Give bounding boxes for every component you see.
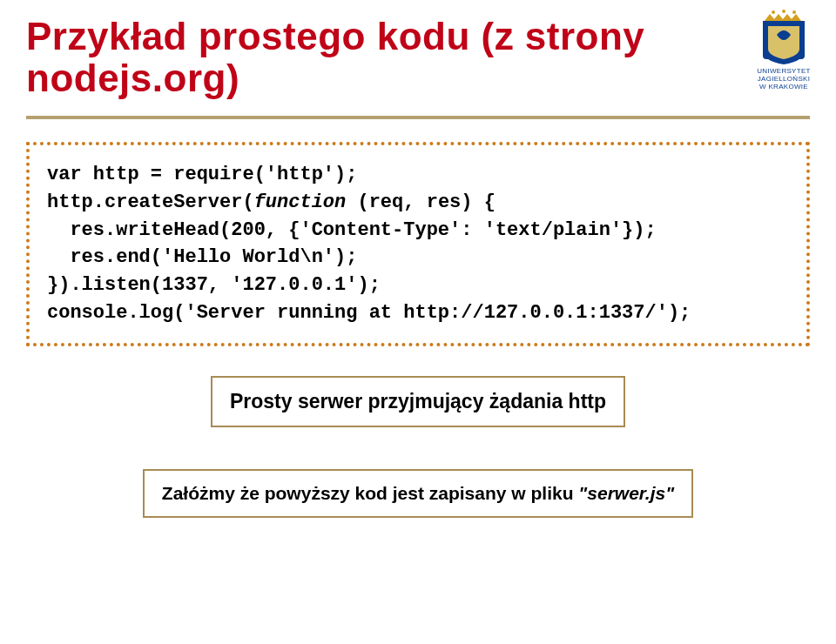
slide-title: Przykład prostego kodu (z strony nodejs.… (0, 0, 836, 100)
university-logo: UNIWERSYTET JAGIELLOŃSKI W KRAKOWIE (745, 9, 822, 91)
callout1-text: Prosty serwer przyjmujący żądania http (230, 390, 606, 413)
code-l5: }).listen(1337, '127.0.0.1'); (47, 274, 381, 296)
code-l2b: function (254, 191, 347, 213)
crest-icon (758, 9, 810, 64)
code-example: var http = require('http'); http.createS… (26, 142, 810, 346)
title-line-1: Przykład prostego kodu (z strony (26, 15, 644, 57)
code-l2a: http.createServer( (47, 191, 254, 213)
callout-filename: Załóżmy że powyższy kod jest zapisany w … (143, 469, 693, 518)
code-l6: console.log('Server running at http://12… (47, 302, 691, 324)
code-l3: res.writeHead(200, {'Content-Type': 'tex… (47, 219, 657, 241)
title-underline (26, 116, 810, 119)
code-l2c: (req, res) { (346, 191, 496, 213)
title-line-2: nodejs.org) (26, 57, 239, 99)
code-l1: var http = require('http'); (47, 164, 357, 185)
callout-simple-server: Prosty serwer przyjmujący żądania http (211, 376, 625, 427)
callout2-text-a: Załóżmy że powyższy kod jest zapisany w … (162, 483, 578, 503)
svg-point-2 (782, 10, 785, 13)
svg-point-1 (772, 10, 775, 14)
callout2-filename: "serwer.js" (578, 483, 674, 503)
logo-text-3: W KRAKOWIE (745, 84, 822, 91)
svg-point-3 (792, 10, 796, 14)
code-l4: res.end('Hello World\n'); (47, 246, 357, 268)
